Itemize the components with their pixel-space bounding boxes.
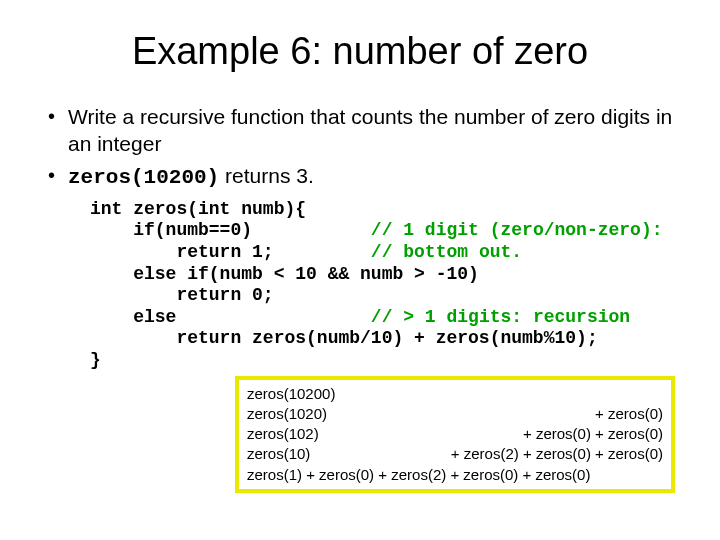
trace-cell: + zeros(2) + zeros(0) + zeros(0) bbox=[451, 444, 663, 464]
trace-row: zeros(10) + zeros(2) + zeros(0) + zeros(… bbox=[247, 444, 663, 464]
bullet-list: Write a recursive function that counts t… bbox=[40, 103, 690, 191]
trace-row: zeros(10200) bbox=[247, 384, 663, 404]
trace-row: zeros(102) + zeros(0) + zeros(0) bbox=[247, 424, 663, 444]
code-inline: zeros(10200) bbox=[68, 166, 219, 189]
code-comment: // > 1 digits: recursion bbox=[371, 307, 630, 327]
trace-cell: zeros(10200) bbox=[247, 384, 335, 404]
trace-row: zeros(1) + zeros(0) + zeros(2) + zeros(0… bbox=[247, 465, 663, 485]
trace-cell: zeros(10) bbox=[247, 444, 310, 464]
code-comment: // 1 digit (zero/non-zero): bbox=[371, 220, 663, 240]
trace-box: zeros(10200) zeros(1020) + zeros(0) zero… bbox=[235, 376, 675, 493]
code-line: return zeros(numb/10) + zeros(numb%10); bbox=[90, 328, 598, 348]
code-comment: // bottom out. bbox=[371, 242, 522, 262]
bullet-item: zeros(10200) returns 3. bbox=[40, 162, 690, 191]
slide-title: Example 6: number of zero bbox=[30, 30, 690, 73]
code-line: if(numb==0) bbox=[90, 220, 371, 240]
code-line: else bbox=[90, 307, 371, 327]
code-line: else if(numb < 10 && numb > -10) bbox=[90, 264, 479, 284]
trace-cell: + zeros(0) + zeros(0) bbox=[523, 424, 663, 444]
trace-cell: zeros(1020) bbox=[247, 404, 327, 424]
code-block: int zeros(int numb){ if(numb==0) // 1 di… bbox=[90, 199, 690, 372]
code-line: } bbox=[90, 350, 101, 370]
trace-cell: zeros(1) + zeros(0) + zeros(2) + zeros(0… bbox=[247, 465, 590, 485]
code-line: int zeros(int numb){ bbox=[90, 199, 306, 219]
code-line: return 0; bbox=[90, 285, 274, 305]
bullet-item: Write a recursive function that counts t… bbox=[40, 103, 690, 158]
trace-cell: + zeros(0) bbox=[595, 404, 663, 424]
bullet-tail: returns 3. bbox=[219, 164, 314, 187]
trace-row: zeros(1020) + zeros(0) bbox=[247, 404, 663, 424]
code-line: return 1; bbox=[90, 242, 371, 262]
trace-cell: zeros(102) bbox=[247, 424, 319, 444]
